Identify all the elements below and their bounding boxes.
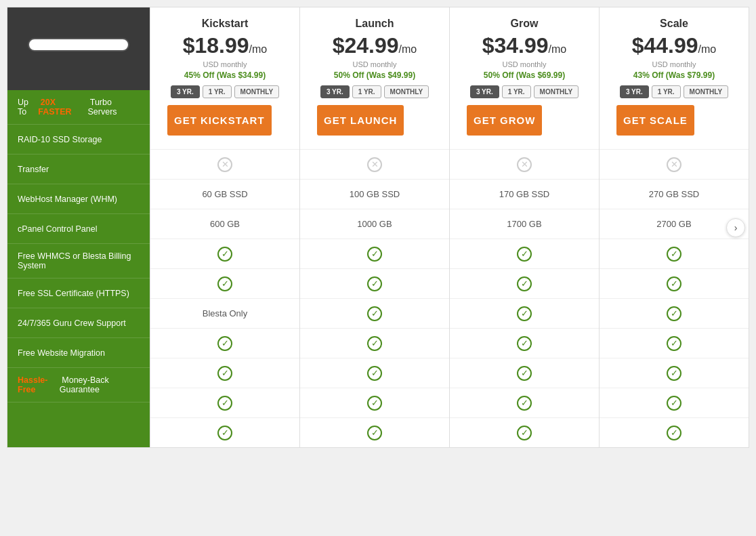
period-btn-3-yr[interactable]: 3 YR. bbox=[171, 85, 200, 98]
feature-cell: ✓ bbox=[300, 328, 449, 358]
get-plan-button-kickstart[interactable]: GET KICKSTART bbox=[167, 105, 272, 136]
plans-scroll: Kickstart$18.99/moUSD monthly45% Off (Wa… bbox=[150, 7, 749, 447]
get-plan-button-launch[interactable]: GET LAUNCH bbox=[317, 105, 404, 136]
sidebar: Up To 20X FASTER Turbo ServersRAID-10 SS… bbox=[7, 7, 150, 447]
feature-cell: 1700 GB bbox=[450, 209, 599, 239]
plan-features-kickstart: ✕60 GB SSD600 GB✓✓Blesta Only✓✓✓✓ bbox=[150, 149, 299, 447]
plan-features-scale: ✕270 GB SSD2700 GB✓✓✓✓✓✓✓ bbox=[600, 149, 749, 447]
check-icon: ✓ bbox=[517, 366, 532, 381]
check-icon: ✓ bbox=[667, 396, 681, 411]
all-filter-button[interactable] bbox=[28, 38, 129, 51]
feature-cell: ✓ bbox=[600, 239, 749, 268]
feature-cell: ✓ bbox=[600, 388, 749, 417]
plan-price: $18.99/mo bbox=[157, 33, 293, 58]
feature-cell: 1000 GB bbox=[300, 209, 449, 239]
period-btn-1-yr[interactable]: 1 YR. bbox=[652, 85, 681, 98]
plan-features-launch: ✕100 GB SSD1000 GB✓✓✓✓✓✓✓ bbox=[300, 149, 449, 447]
period-btn-monthly[interactable]: MONTHLY bbox=[684, 85, 729, 98]
feature-cell: ✓ bbox=[600, 298, 749, 328]
x-icon: ✕ bbox=[217, 157, 232, 172]
x-icon: ✕ bbox=[367, 157, 382, 172]
check-icon: ✓ bbox=[367, 426, 382, 440]
check-icon: ✓ bbox=[517, 247, 532, 262]
feature-label-7: 24/7/365 Guru Crew Support bbox=[7, 308, 150, 338]
feature-label-1: RAID-10 SSD Storage bbox=[7, 125, 150, 154]
period-btn-3-yr[interactable]: 3 YR. bbox=[620, 85, 649, 98]
check-icon: ✓ bbox=[367, 276, 382, 291]
feature-cell: ✓ bbox=[150, 239, 299, 268]
plan-discount: 45% Off (Was $34.99) bbox=[157, 70, 293, 80]
feature-cell: ✓ bbox=[600, 328, 749, 358]
feature-label-2: Transfer bbox=[7, 154, 150, 184]
check-icon: ✓ bbox=[367, 247, 382, 262]
check-icon: ✓ bbox=[217, 366, 232, 381]
plan-period-buttons: 3 YR.1 YR.MONTHLY bbox=[457, 85, 592, 98]
feature-label-6: Free SSL Certificate (HTTPS) bbox=[7, 279, 150, 308]
turbo-reseller-filter[interactable] bbox=[7, 73, 150, 83]
feature-label-0: Up To 20X FASTER Turbo Servers bbox=[7, 90, 150, 125]
plan-name: Kickstart bbox=[157, 18, 293, 30]
period-btn-3-yr[interactable]: 3 YR. bbox=[320, 85, 350, 98]
sidebar-header bbox=[7, 7, 150, 31]
period-btn-monthly[interactable]: MONTHLY bbox=[384, 85, 429, 98]
check-icon: ✓ bbox=[367, 396, 382, 411]
feature-cell: ✕ bbox=[600, 149, 749, 179]
feature-cell: ✕ bbox=[300, 149, 449, 179]
check-icon: ✓ bbox=[667, 276, 681, 291]
feature-cell: ✓ bbox=[300, 417, 449, 447]
feature-cell: ✓ bbox=[150, 328, 299, 358]
plan-discount: 50% Off (Was $49.99) bbox=[307, 70, 442, 80]
feature-cell: ✓ bbox=[450, 417, 599, 447]
check-icon: ✓ bbox=[367, 366, 382, 381]
feature-label-9: Hassle-Free Money-Back Guarantee bbox=[7, 368, 150, 403]
check-icon: ✓ bbox=[517, 336, 532, 351]
feature-cell: ✓ bbox=[150, 268, 299, 298]
plan-col-kickstart: Kickstart$18.99/moUSD monthly45% Off (Wa… bbox=[150, 7, 299, 447]
plan-period-buttons: 3 YR.1 YR.MONTHLY bbox=[307, 85, 442, 98]
standard-reseller-filter[interactable] bbox=[7, 62, 150, 73]
feature-cell: ✓ bbox=[300, 388, 449, 417]
feature-cell: 60 GB SSD bbox=[150, 179, 299, 209]
feature-cell: ✓ bbox=[300, 298, 449, 328]
check-icon: ✓ bbox=[217, 247, 232, 262]
x-icon: ✕ bbox=[517, 157, 532, 172]
feature-cell: 270 GB SSD bbox=[600, 179, 749, 209]
period-btn-monthly[interactable]: MONTHLY bbox=[234, 85, 280, 98]
check-icon: ✓ bbox=[517, 396, 532, 411]
feature-cell: ✓ bbox=[450, 328, 599, 358]
plan-header-kickstart: Kickstart$18.99/moUSD monthly45% Off (Wa… bbox=[150, 7, 299, 149]
feature-cell: 100 GB SSD bbox=[300, 179, 449, 209]
plan-col-launch: Launch$24.99/moUSD monthly50% Off (Was $… bbox=[299, 7, 449, 447]
feature-cell: ✕ bbox=[150, 149, 299, 179]
feature-cell: ✓ bbox=[600, 358, 749, 388]
period-btn-monthly[interactable]: MONTHLY bbox=[534, 85, 579, 98]
plan-billing: USD monthly bbox=[606, 60, 742, 68]
check-icon: ✓ bbox=[217, 276, 232, 291]
plan-billing: USD monthly bbox=[157, 60, 293, 68]
plan-billing: USD monthly bbox=[307, 60, 442, 68]
plan-header-grow: Grow$34.99/moUSD monthly50% Off (Was $69… bbox=[450, 7, 599, 149]
feature-cell: ✓ bbox=[300, 268, 449, 298]
period-btn-1-yr[interactable]: 1 YR. bbox=[203, 85, 232, 98]
plan-discount: 50% Off (Was $69.99) bbox=[457, 70, 592, 80]
feature-cell: ✓ bbox=[300, 239, 449, 268]
period-btn-3-yr[interactable]: 3 YR. bbox=[470, 85, 499, 98]
check-icon: ✓ bbox=[667, 426, 681, 440]
get-plan-button-grow[interactable]: GET GROW bbox=[467, 105, 542, 136]
feature-cell: ✓ bbox=[450, 239, 599, 268]
plan-price: $34.99/mo bbox=[457, 33, 592, 58]
plan-name: Scale bbox=[606, 18, 742, 30]
plan-price: $44.99/mo bbox=[606, 33, 742, 58]
plan-period-buttons: 3 YR.1 YR.MONTHLY bbox=[606, 85, 742, 98]
plan-name: Launch bbox=[307, 18, 442, 30]
plan-header-scale: Scale$44.99/moUSD monthly43% Off (Was $7… bbox=[600, 7, 749, 149]
feature-cell: ✓ bbox=[600, 268, 749, 298]
period-btn-1-yr[interactable]: 1 YR. bbox=[502, 85, 531, 98]
check-icon: ✓ bbox=[367, 306, 382, 321]
plan-name: Grow bbox=[457, 18, 592, 30]
get-plan-button-scale[interactable]: GET SCALE bbox=[616, 105, 694, 136]
period-btn-1-yr[interactable]: 1 YR. bbox=[352, 85, 381, 98]
feature-label-8: Free Website Migration bbox=[7, 338, 150, 368]
scroll-right-arrow[interactable]: › bbox=[726, 218, 745, 237]
feature-cell: ✓ bbox=[450, 268, 599, 298]
